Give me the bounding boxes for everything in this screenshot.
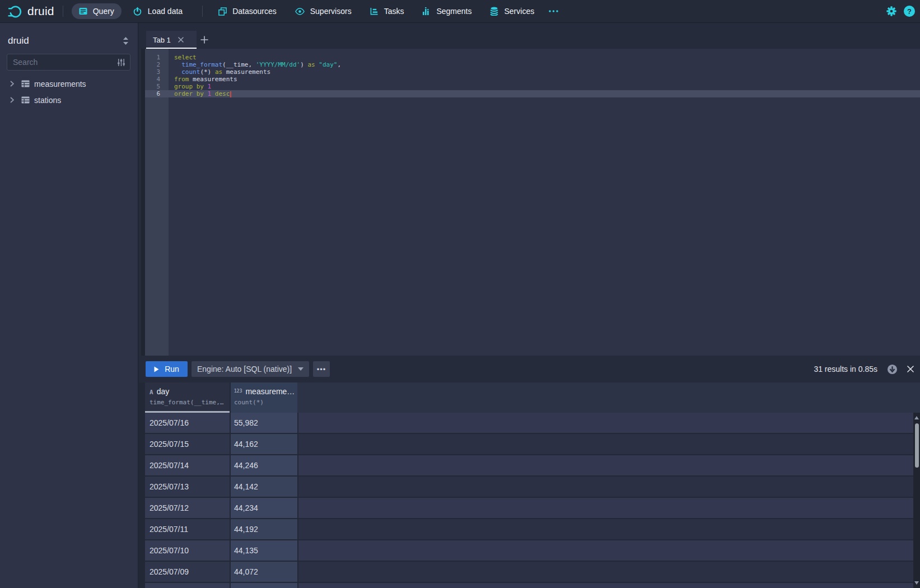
cell-measurements[interactable]: 44,142 [231, 477, 297, 497]
navbar: druid QueryLoad dataDatasourcesSuperviso… [0, 0, 920, 23]
table-icon [21, 80, 30, 87]
code-line-3[interactable]: 3 count(*) as measurements [145, 68, 920, 76]
search-box [7, 54, 130, 71]
column-header-measurements[interactable]: 123measureme… count(*) [231, 382, 297, 413]
cell-measurements[interactable]: 55,982 [231, 413, 297, 433]
chevron-right-icon[interactable] [10, 81, 14, 87]
cell-measurements[interactable]: 44,246 [231, 455, 297, 475]
run-bar: Run Engine: Auto [SQL (native)] ••• 31 r… [139, 356, 920, 382]
cell-day[interactable]: 2025/07/13 [145, 477, 230, 497]
engine-label: Engine: Auto [SQL (native)] [197, 365, 292, 374]
editor-left-margin [139, 49, 145, 356]
table-row[interactable]: 2025/07/1444,246 [145, 455, 913, 475]
table-row[interactable]: 2025/07/0944,072 [145, 562, 913, 582]
caret-down-icon [298, 367, 303, 371]
query-editor[interactable]: 1select2 time_format(__time, 'YYYY/MM/dd… [139, 49, 920, 356]
cell-day[interactable]: 2025/07/11 [145, 519, 230, 539]
table-row[interactable]: 2025/07/1244,234 [145, 498, 913, 518]
results-rows: 2025/07/1655,9822025/07/1544,1622025/07/… [145, 413, 913, 588]
cell-measurements[interactable]: 44,135 [231, 540, 297, 561]
code-line-4[interactable]: 4from measurements [145, 76, 920, 83]
table-row[interactable]: 2025/07/1144,192 [145, 519, 913, 539]
search-input[interactable] [7, 58, 108, 67]
scroll-up-icon[interactable] [914, 416, 919, 419]
double-caret-vertical-icon[interactable] [123, 37, 129, 45]
services-icon [490, 7, 498, 16]
nav-item-datasources[interactable]: Datasources [211, 3, 284, 19]
cell-measurements[interactable]: 44,192 [231, 519, 297, 539]
results-scrollbar[interactable] [913, 413, 920, 588]
nav-item-query[interactable]: Query [72, 3, 122, 19]
scrollbar-thumb[interactable] [915, 423, 919, 468]
chevron-right-icon[interactable] [10, 97, 14, 103]
more-options-button[interactable]: ••• [313, 361, 330, 377]
cell-day[interactable]: 2025/07/15 [145, 434, 230, 454]
nav-item-segments[interactable]: Segments [415, 3, 479, 19]
cell-measurements[interactable]: 44,162 [231, 434, 297, 454]
datasources-icon [218, 7, 227, 16]
supervisors-icon [295, 8, 305, 15]
sidebar: druid measurementsstations [0, 23, 138, 588]
result-count: 31 results in 0.85s [814, 365, 877, 374]
table-row[interactable]: 2025/07/1344,142 [145, 477, 913, 497]
add-tab-button[interactable] [195, 31, 213, 49]
cell-day[interactable]: 2025/07/16 [145, 413, 230, 433]
cell-day[interactable]: 2025/07/12 [145, 498, 230, 518]
tree-item-measurements[interactable]: measurements [0, 76, 138, 92]
gear-icon[interactable] [886, 6, 896, 16]
table-row[interactable]: 2025/07/1655,982 [145, 413, 913, 433]
tree-item-stations[interactable]: stations [0, 92, 138, 108]
cell-day[interactable]: 2025/07/14 [145, 455, 230, 475]
tab-bar: Tab 1 [139, 23, 920, 49]
query-icon [79, 7, 87, 15]
nav-item-tasks[interactable]: Tasks [363, 3, 412, 19]
engine-select[interactable]: Engine: Auto [SQL (native)] [192, 361, 309, 377]
cell-day[interactable]: 2025/07/09 [145, 562, 230, 582]
nav-item-services[interactable]: Services [483, 3, 541, 19]
segments-icon [422, 7, 431, 16]
tab-label: Tab 1 [153, 36, 171, 44]
cell-measurements[interactable]: 44,072 [231, 562, 297, 582]
cell-measurements[interactable]: 44,234 [231, 498, 297, 518]
results-header-filler [297, 382, 920, 413]
table-row-partial [145, 583, 913, 588]
close-results-icon[interactable] [907, 366, 914, 372]
code-line-5[interactable]: 5group by 1 [145, 83, 920, 90]
nav-item-supervisors[interactable]: Supervisors [288, 3, 359, 19]
text-cursor [230, 91, 231, 97]
table-icon [21, 96, 30, 104]
more-icon [549, 10, 558, 12]
table-row[interactable]: 2025/07/1044,135 [145, 540, 913, 561]
nav-item-more[interactable] [545, 7, 562, 16]
results-panel: Aday time_format(__time,… 123measureme… … [139, 382, 920, 588]
code-line-1[interactable]: 1select [145, 54, 920, 61]
tab-close-icon[interactable] [178, 37, 184, 43]
load-data-icon [133, 7, 142, 16]
results-header: Aday time_format(__time,… 123measureme… … [145, 382, 920, 413]
run-label: Run [165, 365, 179, 374]
tab-1[interactable]: Tab 1 [146, 31, 197, 49]
string-type-icon: A [150, 389, 153, 396]
number-type-icon: 123 [234, 389, 242, 394]
code-line-2[interactable]: 2 time_format(__time, 'YYYY/MM/dd') as "… [145, 61, 920, 68]
filter-icon[interactable] [117, 58, 125, 69]
cell-day[interactable]: 2025/07/10 [145, 540, 230, 561]
code-line-6[interactable]: 6order by 1 desc [145, 90, 920, 97]
help-icon[interactable]: ? [904, 6, 915, 17]
nav-divider [63, 6, 63, 17]
logo-text: druid [27, 4, 54, 18]
druid-logo-icon [7, 4, 22, 19]
column-header-day[interactable]: Aday time_format(__time,… [145, 382, 230, 413]
druid-console: druid QueryLoad dataDatasourcesSuperviso… [0, 0, 920, 588]
scroll-down-icon[interactable] [914, 581, 919, 585]
schema-title: druid [8, 35, 29, 46]
nav-item-load-data[interactable]: Load data [125, 3, 190, 20]
druid-logo[interactable]: druid [7, 4, 54, 19]
table-row[interactable]: 2025/07/1544,162 [145, 434, 913, 454]
run-button[interactable]: Run [146, 361, 188, 377]
play-icon [154, 366, 159, 372]
nav-divider [202, 6, 203, 17]
download-icon[interactable] [887, 364, 898, 375]
tasks-icon [370, 7, 379, 15]
